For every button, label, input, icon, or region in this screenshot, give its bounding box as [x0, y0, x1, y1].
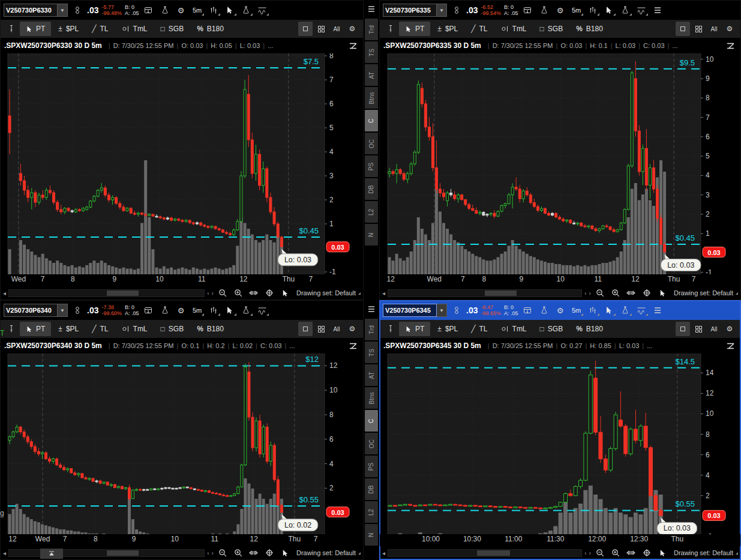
chart-mode-icon[interactable]	[346, 38, 359, 53]
pl-tool-button[interactable]: ± $PL	[431, 322, 464, 336]
gadget-tab-l2[interactable]: L2	[365, 201, 378, 223]
link-icon[interactable]	[71, 303, 84, 318]
drawings-icon[interactable]	[256, 3, 269, 17]
chart-mode-icon[interactable]	[346, 339, 359, 353]
price-chart[interactable]: $14.5$0.551412108642-20.03Lo: 0.03	[380, 354, 741, 534]
symbol-dropdown-button[interactable]: ▼	[437, 4, 447, 17]
gadget-tab-n[interactable]: N	[365, 524, 378, 546]
crosshair-icon[interactable]	[640, 286, 653, 300]
chart-scrollbar[interactable]	[388, 289, 582, 297]
symbol-dropdown-button[interactable]: ▼	[58, 4, 68, 17]
toolbar-gear-icon[interactable]: ⚙	[345, 22, 359, 36]
b180-tool-button[interactable]: % B180	[191, 22, 230, 36]
bar-cursor-icon[interactable]	[656, 286, 669, 300]
scroll-left-icon[interactable]: ◂	[382, 290, 385, 297]
scroll-left-icon[interactable]: ◂	[382, 550, 385, 556]
all-button[interactable]: All	[707, 322, 721, 336]
analyze-flask-icon[interactable]	[158, 303, 172, 318]
gadget-tab-c[interactable]: C	[365, 410, 378, 432]
analyze-flask-icon[interactable]	[538, 3, 551, 17]
scroll-left-icon[interactable]: ◂	[3, 290, 6, 297]
gear-icon[interactable]: ⚙	[175, 3, 188, 17]
grid-layout-icon[interactable]	[314, 322, 328, 336]
symbol-input[interactable]	[383, 304, 437, 317]
b180-tool-button[interactable]: % B180	[570, 322, 609, 336]
pl-tool-button[interactable]: ± $PL	[431, 22, 464, 36]
step-left-icon[interactable]: ‹	[584, 290, 586, 297]
scrollbar-thumb[interactable]	[485, 291, 517, 296]
events-icon[interactable]	[521, 303, 535, 318]
pan-icon[interactable]	[247, 286, 260, 300]
zoom-in-icon[interactable]	[232, 286, 245, 300]
toolbar-gear-icon[interactable]: ⚙	[722, 22, 737, 36]
drawings-icon[interactable]	[256, 303, 269, 318]
pan-icon[interactable]	[247, 546, 260, 560]
gadget-tab-ps[interactable]: PS	[365, 155, 378, 177]
symbol-dropdown-button[interactable]: ▼	[58, 304, 68, 317]
pointer-tool-button[interactable]: PT	[399, 22, 430, 36]
studies-flask-icon[interactable]	[239, 3, 253, 17]
zoom-in-icon[interactable]	[609, 546, 622, 560]
toolbar-gear-icon[interactable]: ⚙	[345, 322, 359, 336]
crosshair-icon[interactable]	[263, 546, 276, 560]
single-pane-icon[interactable]	[676, 22, 690, 36]
b180-tool-button[interactable]: % B180	[570, 22, 609, 36]
gear-icon[interactable]: ⚙	[554, 3, 567, 17]
grid-layout-icon[interactable]	[314, 22, 328, 36]
price-chart[interactable]: $12$0.5512108642-20.03Lo: 0.02	[1, 354, 364, 534]
b180-tool-button[interactable]: % B180	[191, 322, 230, 336]
timeline-tool-button[interactable]: TmL	[495, 22, 533, 36]
step-right-icon[interactable]: ›	[589, 290, 591, 297]
zoom-out-icon[interactable]	[593, 546, 607, 560]
scrollbar-thumb[interactable]	[107, 291, 139, 296]
zoom-out-icon[interactable]	[216, 286, 229, 300]
gadget-tab-ps[interactable]: PS	[365, 456, 378, 477]
timeline-tool-button[interactable]: TmL	[116, 322, 154, 336]
pl-tool-button[interactable]: ± $PL	[52, 22, 85, 36]
pattern-icon[interactable]	[207, 303, 220, 318]
symbol-input[interactable]	[4, 4, 58, 17]
zoom-in-icon[interactable]	[609, 286, 622, 300]
zoom-in-icon[interactable]	[232, 546, 245, 560]
gear-icon[interactable]: ⚙	[175, 303, 188, 318]
gadget-menu-icon[interactable]	[365, 2, 378, 16]
menu-icon[interactable]	[651, 303, 664, 318]
timeframe-button[interactable]: 5m	[191, 3, 204, 17]
drawing-set-label[interactable]: Drawing set: Default	[294, 549, 361, 556]
gadget-tab-at[interactable]: AT	[365, 364, 378, 386]
chart-mode-icon[interactable]	[724, 38, 737, 53]
all-button[interactable]: All	[707, 22, 721, 36]
gear-icon[interactable]: ⚙	[554, 303, 567, 318]
trendline-tool-button[interactable]: ╱ TL	[465, 22, 493, 36]
scrollbar-thumb[interactable]	[477, 550, 510, 556]
gadget-tab-oc[interactable]: OC	[365, 133, 378, 154]
pl-tool-button[interactable]: ± $PL	[52, 322, 85, 336]
trendline-tool-button[interactable]: ╱ TL	[86, 322, 114, 336]
studies-flask-icon[interactable]	[239, 303, 253, 318]
gadget-tab-db[interactable]: DB	[365, 478, 378, 500]
trendline-tool-button[interactable]: ╱ TL	[86, 22, 114, 36]
pan-icon[interactable]	[625, 286, 638, 300]
pin-icon[interactable]	[4, 322, 19, 336]
gadget-menu-icon[interactable]	[365, 302, 378, 316]
pointer-tool-button[interactable]: PT	[399, 322, 430, 336]
analyze-flask-icon[interactable]	[158, 3, 172, 17]
symbol-input[interactable]	[383, 4, 437, 17]
chart-scrollbar[interactable]	[8, 549, 205, 557]
studies-flask-icon[interactable]	[619, 3, 632, 17]
scroll-left-icon[interactable]: ◂	[3, 550, 6, 556]
zoom-out-icon[interactable]	[593, 286, 607, 300]
cursor-icon[interactable]	[223, 303, 236, 318]
single-pane-icon[interactable]	[298, 22, 313, 36]
drawing-set-label[interactable]: Drawing set: Default	[294, 289, 361, 297]
sgb-tool-button[interactable]: □ SGB	[534, 322, 569, 336]
step-right-icon[interactable]: ›	[589, 550, 591, 556]
pointer-tool-button[interactable]: PT	[20, 22, 51, 36]
drawing-set-label[interactable]: Drawing set: Default	[671, 289, 738, 297]
bar-cursor-icon[interactable]	[278, 546, 292, 560]
cursor-icon[interactable]	[223, 3, 236, 17]
events-icon[interactable]	[521, 3, 535, 17]
expand-icon[interactable]	[40, 549, 63, 559]
sgb-tool-button[interactable]: □ SGB	[155, 322, 190, 336]
step-left-icon[interactable]: ‹	[207, 550, 209, 556]
